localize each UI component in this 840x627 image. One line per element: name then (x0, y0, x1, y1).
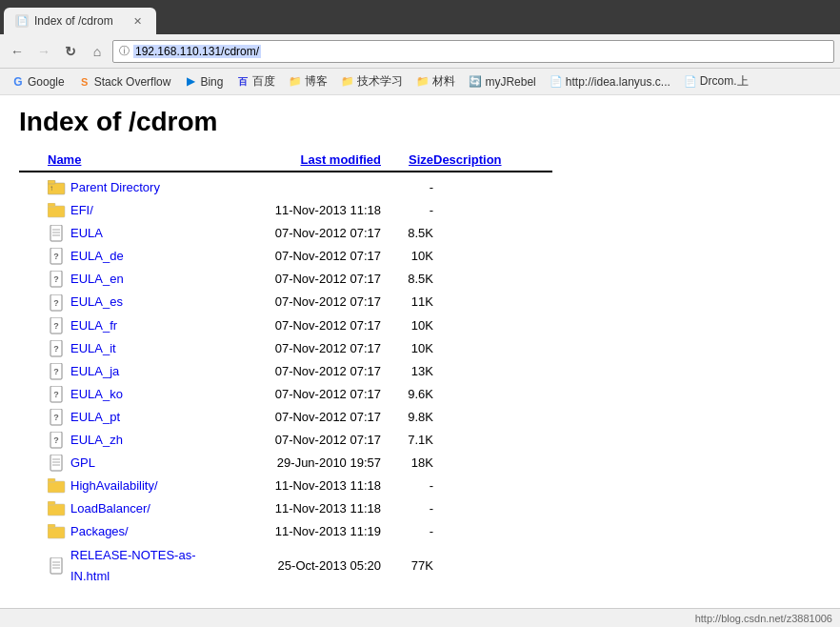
unknown-icon: ? (48, 408, 67, 427)
gpl-size: 18K (381, 453, 433, 474)
table-row: ? EULA_es 07-Nov-2012 07:17 11K (19, 291, 552, 314)
release-notes-modified: 25-Oct-2013 05:20 (229, 556, 381, 576)
eula-zh-link[interactable]: EULA_zh (70, 430, 123, 451)
unknown-icon: ? (48, 431, 67, 450)
eula-en-size: 8.5K (381, 269, 433, 290)
unknown-icon: ? (48, 339, 67, 358)
file-table: Name Last modified Size Description ↑ (19, 152, 552, 588)
bookmark-drcom[interactable]: 📄 Drcom.上 (678, 71, 754, 91)
efi-link[interactable]: EFI/ (70, 200, 93, 221)
table-row: ? EULA_ko 07-Nov-2012 07:17 9.6K (19, 383, 552, 406)
home-button[interactable]: ⌂ (86, 40, 109, 63)
loadbalancer-link[interactable]: LoadBalancer/ (70, 498, 150, 519)
table-row: ? EULA_de 07-Nov-2012 07:17 10K (19, 245, 552, 268)
packages-link[interactable]: Packages/ (70, 521, 129, 542)
loadbalancer-modified: 11-Nov-2013 11:18 (229, 498, 381, 519)
bookmark-tech[interactable]: 📁 技术学习 (335, 71, 409, 91)
address-bar[interactable]: ⓘ 192.168.110.131/cdrom/ (112, 40, 834, 63)
bookmark-blog[interactable]: 📁 博客 (283, 71, 333, 91)
blog-icon: 📁 (289, 75, 302, 89)
drcom-icon: 📄 (684, 75, 697, 89)
bookmark-myjrebel[interactable]: 🔄 myJRebel (463, 73, 541, 91)
efi-size: - (381, 200, 433, 221)
bookmark-idea[interactable]: 📄 http://idea.lanyus.c... (544, 73, 676, 91)
bookmark-bing-label: Bing (200, 75, 223, 89)
svg-rect-34 (48, 501, 55, 505)
table-header: Name Last modified Size Description (19, 152, 552, 172)
svg-text:?: ? (53, 435, 59, 445)
unknown-icon: ? (48, 385, 67, 404)
table-row: RELEASE-NOTES-as-IN.html 25-Oct-2013 05:… (19, 544, 552, 588)
bookmark-baidu[interactable]: 百 百度 (230, 71, 281, 91)
col-header-modified[interactable]: Last modified (300, 152, 381, 167)
svg-text:?: ? (53, 344, 59, 354)
eula-fr-size: 10K (381, 315, 433, 336)
eula-de-modified: 07-Nov-2012 07:17 (229, 246, 381, 267)
svg-rect-33 (48, 504, 65, 516)
parent-dir-link[interactable]: Parent Directory (70, 177, 160, 198)
eula-it-link[interactable]: EULA_it (70, 338, 116, 359)
bookmark-google[interactable]: G Google (6, 73, 70, 91)
parent-dir-modified (229, 177, 381, 198)
tab-close-button[interactable]: ✕ (130, 13, 145, 29)
browser-window: 📄 Index of /cdrom ✕ ← → ↻ ⌂ ⓘ 192.168.11… (0, 0, 840, 95)
eula-ja-link[interactable]: EULA_ja (70, 361, 119, 382)
nav-bar: ← → ↻ ⌂ ⓘ 192.168.110.131/cdrom/ (0, 34, 840, 69)
unknown-icon: ? (48, 293, 67, 313)
svg-text:?: ? (53, 413, 59, 422)
bookmark-bing[interactable]: ▶ Bing (178, 73, 229, 91)
eula-it-size: 10K (381, 338, 433, 359)
eula-fr-link[interactable]: EULA_fr (70, 315, 117, 336)
svg-rect-3 (48, 206, 65, 217)
status-bar: http://blog.csdn.net/z3881006 (0, 608, 840, 627)
bookmark-stackoverflow[interactable]: S Stack Overflow (72, 73, 177, 91)
gpl-link[interactable]: GPL (70, 453, 95, 474)
svg-text:?: ? (53, 321, 59, 331)
eula-es-link[interactable]: EULA_es (70, 292, 123, 313)
tab-bar: 📄 Index of /cdrom ✕ (0, 0, 840, 34)
table-row: Packages/ 11-Nov-2013 11:19 - (19, 520, 552, 543)
eula-ko-size: 9.6K (381, 384, 433, 405)
svg-rect-36 (48, 524, 55, 528)
col-header-description[interactable]: Description (433, 152, 502, 167)
bookmark-tech-label: 技术学习 (357, 73, 403, 90)
bookmark-drcom-label: Drcom.上 (700, 73, 749, 90)
back-button[interactable]: ← (6, 40, 29, 63)
unknown-icon: ? (48, 247, 67, 266)
eula-link[interactable]: EULA (70, 223, 103, 244)
forward-button[interactable]: → (32, 40, 55, 63)
active-tab[interactable]: 📄 Index of /cdrom ✕ (4, 8, 156, 34)
col-header-name[interactable]: Name (48, 152, 81, 167)
bing-icon: ▶ (184, 75, 197, 89)
bookmark-idea-label: http://idea.lanyus.c... (566, 75, 670, 89)
svg-rect-4 (48, 203, 55, 207)
eula-es-modified: 07-Nov-2012 07:17 (229, 292, 381, 313)
google-icon: G (11, 75, 25, 89)
eula-ko-link[interactable]: EULA_ko (70, 384, 123, 405)
stackoverflow-icon: S (78, 75, 91, 89)
table-row: ? EULA_zh 07-Nov-2012 07:17 7.1K (19, 429, 552, 452)
eula-de-link[interactable]: EULA_de (70, 246, 124, 267)
table-row: EFI/ 11-Nov-2013 11:18 - (19, 199, 552, 222)
highavailability-link[interactable]: HighAvailability/ (70, 475, 158, 496)
bookmark-blog-label: 博客 (305, 73, 328, 90)
eula-de-size: 10K (381, 246, 433, 267)
bookmark-material[interactable]: 📁 材料 (410, 71, 461, 91)
table-row: ? EULA_pt 07-Nov-2012 07:17 9.8K (19, 406, 552, 429)
bookmark-material-label: 材料 (432, 73, 455, 90)
parent-dir-icon: ↑ (48, 178, 67, 197)
eula-pt-link[interactable]: EULA_pt (70, 407, 120, 428)
doc-icon (48, 224, 67, 243)
col-header-size[interactable]: Size (409, 152, 433, 167)
bookmark-google-label: Google (28, 75, 65, 89)
url-text: 192.168.110.131/cdrom/ (133, 45, 261, 58)
eula-en-link[interactable]: EULA_en (70, 269, 124, 290)
tab-favicon: 📄 (15, 14, 29, 28)
svg-text:?: ? (53, 367, 59, 376)
release-notes-link[interactable]: RELEASE-NOTES-as-IN.html (70, 545, 229, 587)
table-row: ↑ Parent Directory - (19, 176, 552, 199)
table-row: LoadBalancer/ 11-Nov-2013 11:18 - (19, 497, 552, 520)
highavailability-size: - (381, 475, 433, 496)
reload-button[interactable]: ↻ (59, 40, 82, 63)
table-row: HighAvailability/ 11-Nov-2013 11:18 - (19, 475, 552, 497)
